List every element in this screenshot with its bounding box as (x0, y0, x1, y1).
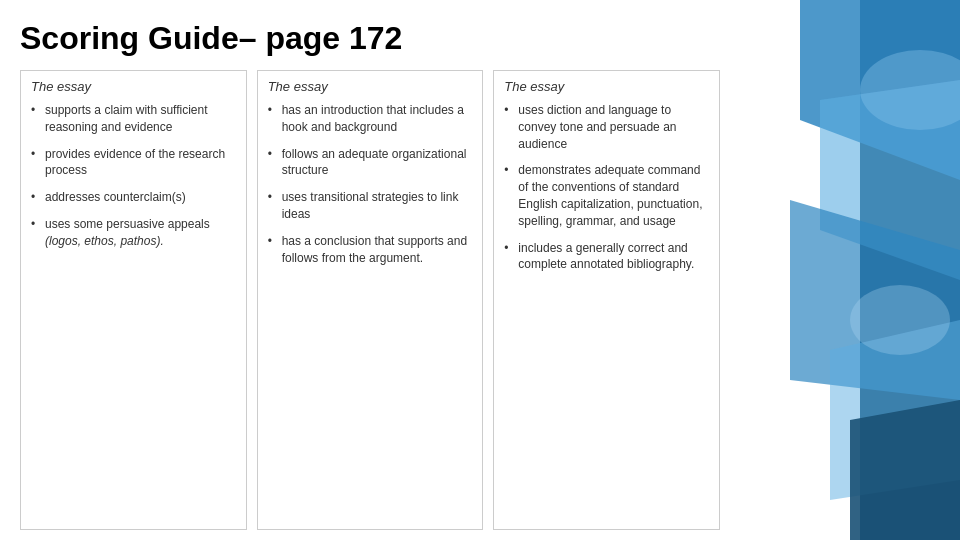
claim-text: claim with (104, 103, 157, 117)
background-text: background (334, 120, 397, 134)
introduction-text: introduction (321, 103, 383, 117)
list-item: uses transitional strategies to link ide… (268, 189, 473, 223)
list-item: demonstrates adequate command of the con… (504, 162, 709, 229)
col2-list: has an introduction that includes a hook… (268, 102, 473, 266)
list-item: follows an adequate organizational struc… (268, 146, 473, 180)
has-a-text: has a (282, 234, 311, 248)
column-1: The essay supports a claim with sufficie… (20, 70, 247, 530)
col3-header: The essay (504, 79, 709, 94)
column-2: The essay has an introduction that inclu… (257, 70, 484, 530)
list-item: addresses counterclaim(s) (31, 189, 236, 206)
reasoning-text: reasoning and (45, 120, 121, 134)
includes-text: includes (518, 241, 562, 255)
list-item: has a conclusion that supports and follo… (268, 233, 473, 267)
convey-tone-text: convey tone (518, 120, 583, 134)
content-area: The essay supports a claim with sufficie… (20, 70, 720, 530)
list-item: uses diction and language to convey tone… (504, 102, 709, 152)
col1-list: supports a claim with sufficient reasoni… (31, 102, 236, 250)
svg-marker-5 (850, 400, 960, 540)
page-title: Scoring Guide– page 172 (20, 20, 402, 57)
col1-header: The essay (31, 79, 236, 94)
column-3: The essay uses diction and language to c… (493, 70, 720, 530)
col2-header: The essay (268, 79, 473, 94)
italic-text: (logos, ethos, pathos). (45, 234, 164, 248)
list-item: uses some persuasive appeals (logos, eth… (31, 216, 236, 250)
col3-list: uses diction and language to convey tone… (504, 102, 709, 273)
list-item: includes a generally correct and complet… (504, 240, 709, 274)
list-item: supports a claim with sufficient reasoni… (31, 102, 236, 136)
svg-point-7 (850, 285, 950, 355)
list-item: has an introduction that includes a hook… (268, 102, 473, 136)
list-item: provides evidence of the research proces… (31, 146, 236, 180)
